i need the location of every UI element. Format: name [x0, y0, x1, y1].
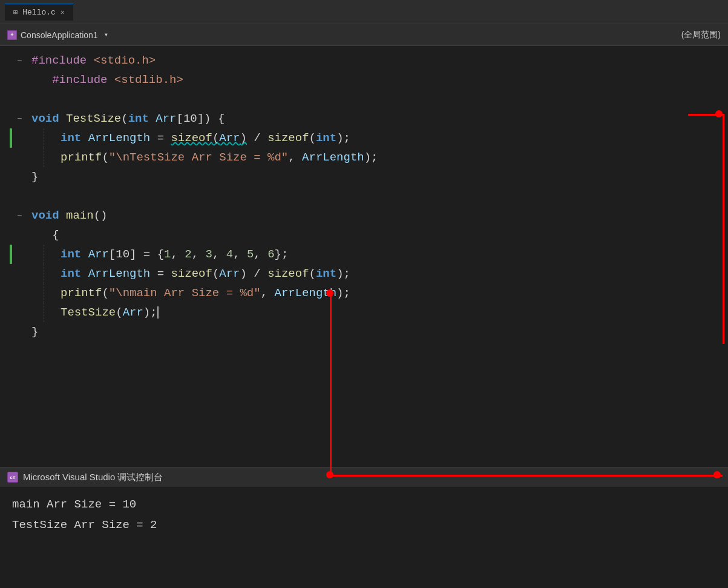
title-bar: ⊞ Hello.c ✕	[0, 0, 728, 24]
breadcrumb-bar: + ConsoleApplication1 ▾ (全局范围)	[0, 24, 728, 46]
collapse-9[interactable]: −	[17, 206, 22, 225]
console-title: Microsoft Visual Studio 调试控制台	[23, 472, 163, 483]
line-9: − void main ()	[12, 206, 728, 225]
line-13: printf ( "\nmain Arr Size = %d" , ArrLen…	[12, 283, 728, 303]
line-2: #include <stdlib.h>	[12, 70, 728, 90]
line-15: }	[12, 322, 728, 342]
tab-filename: Hello.c	[22, 8, 56, 17]
line-7: }	[12, 167, 728, 187]
project-name[interactable]: ConsoleApplication1	[21, 30, 98, 40]
console-title-bar: c# Microsoft Visual Studio 调试控制台	[0, 467, 728, 487]
project-icon: +	[7, 30, 17, 40]
line-1: − #include <stdio.h>	[12, 51, 728, 70]
line-4: − void TestSize ( int Arr [10]) {	[12, 109, 728, 128]
code-lines: − #include <stdio.h> #include <stdlib.h>…	[0, 46, 728, 346]
collapse-1[interactable]: −	[17, 51, 22, 70]
line-5: int ArrLength = sizeof(Arr) / sizeof ( i…	[12, 128, 728, 148]
line-6: printf ( "\nTestSize Arr Size = %d" , Ar…	[12, 148, 728, 167]
line-3	[12, 90, 728, 109]
collapse-4[interactable]: −	[17, 109, 22, 128]
console-panel: c# Microsoft Visual Studio 调试控制台 main Ar…	[0, 467, 728, 588]
console-output-line-2: TestSize Arr Size = 2	[12, 515, 716, 535]
tab-pin-icon: ⊞	[13, 8, 18, 17]
line-11: int Arr [10] = { 1 , 2 , 3 , 4 , 5 , 6 }…	[12, 245, 728, 264]
line-14: TestSize ( Arr );	[12, 303, 728, 322]
directive-2: #include	[52, 70, 107, 90]
include-str-2: <stdlib.h>	[114, 70, 183, 90]
console-output-line-1: main Arr Size = 10	[12, 494, 716, 515]
console-output: main Arr Size = 10 TestSize Arr Size = 2	[0, 487, 728, 543]
include-str-1: <stdio.h>	[94, 51, 156, 70]
console-icon: c#	[7, 472, 18, 483]
scope-label: (全局范围)	[681, 30, 721, 41]
project-dropdown-arrow[interactable]: ▾	[104, 30, 108, 39]
file-tab[interactable]: ⊞ Hello.c ✕	[5, 4, 73, 21]
line-12: int ArrLength = sizeof ( Arr ) / sizeof …	[12, 264, 728, 283]
directive-1: #include	[31, 51, 87, 70]
tab-close-icon[interactable]: ✕	[61, 8, 65, 17]
code-editor[interactable]: − #include <stdio.h> #include <stdlib.h>…	[0, 46, 728, 588]
line-8	[12, 187, 728, 206]
line-10: {	[12, 225, 728, 245]
